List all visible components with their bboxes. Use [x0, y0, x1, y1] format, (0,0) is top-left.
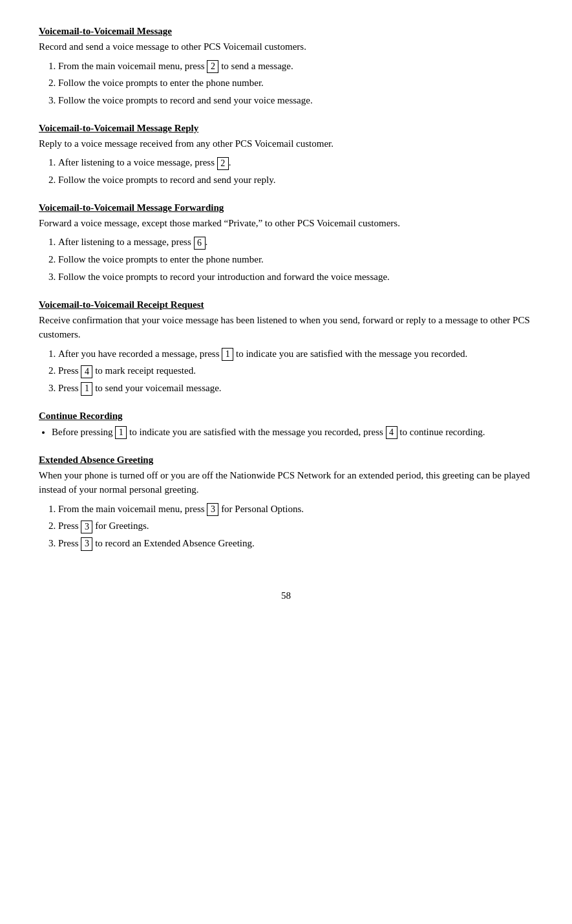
- item-text: Press: [58, 521, 81, 531]
- section-intro-extended-absence: When your phone is turned off or you are…: [39, 468, 533, 497]
- section-title-v2v-receipt: Voicemail-to-Voicemail Receipt Request: [39, 299, 533, 310]
- page-number: 58: [39, 590, 533, 601]
- item-text: After you have recorded a message, press: [58, 349, 222, 359]
- key-3: 3: [81, 521, 92, 533]
- section-title-v2v-reply: Voicemail-to-Voicemail Message Reply: [39, 123, 533, 134]
- list-item: Press 4 to mark receipt requested.: [58, 363, 533, 379]
- key-4: 4: [386, 426, 397, 439]
- item-text: Follow the voice prompts to record and s…: [58, 175, 275, 185]
- list-item: Follow the voice prompts to record your …: [58, 269, 533, 285]
- item-text: Follow the voice prompts to record and s…: [58, 95, 313, 105]
- item-text: After listening to a message, press: [58, 237, 194, 247]
- item-text-after: for Greetings.: [92, 521, 149, 531]
- item-text-after: to indicate you are satisfied with the m…: [233, 349, 467, 359]
- list-item: From the main voicemail menu, press 3 fo…: [58, 501, 533, 517]
- key-6: 6: [194, 237, 206, 250]
- bullet-text-after: to continue recording.: [397, 427, 485, 437]
- key-1: 1: [115, 426, 127, 439]
- key-3: 3: [81, 537, 92, 550]
- list-item: Press 1 to send your voicemail message.: [58, 380, 533, 396]
- key-2: 2: [217, 157, 229, 170]
- item-text: Press: [58, 383, 81, 393]
- list-item: From the main voicemail menu, press 2 to…: [58, 58, 533, 74]
- item-text-after: to mark receipt requested.: [92, 365, 196, 376]
- item-text: Follow the voice prompts to record your …: [58, 272, 390, 282]
- list-item: Press 3 to record an Extended Absence Gr…: [58, 535, 533, 552]
- section-list-extended-absence: From the main voicemail menu, press 3 fo…: [58, 501, 533, 552]
- item-text: Press: [58, 365, 81, 376]
- list-item: After you have recorded a message, press…: [58, 346, 533, 362]
- section-extended-absence: Extended Absence Greeting When your phon…: [39, 455, 533, 552]
- list-item: Follow the voice prompts to enter the ph…: [58, 252, 533, 268]
- section-continue-recording: Continue Recording Before pressing 1 to …: [39, 411, 533, 440]
- section-title-continue-recording: Continue Recording: [39, 411, 533, 422]
- item-text-after: .: [206, 237, 208, 247]
- item-text-after: to record an Extended Absence Greeting.: [92, 538, 254, 548]
- section-intro-v2v-forwarding: Forward a voice message, except those ma…: [39, 216, 533, 231]
- item-text-after: to send your voicemail message.: [92, 383, 221, 393]
- section-v2v-message: Voicemail-to-Voicemail Message Record an…: [39, 26, 533, 109]
- item-text-after: for Personal Options.: [218, 504, 304, 514]
- list-item: After listening to a voice message, pres…: [58, 155, 533, 171]
- item-text-after: .: [229, 157, 231, 167]
- key-3: 3: [207, 503, 218, 516]
- section-v2v-forwarding: Voicemail-to-Voicemail Message Forwardin…: [39, 202, 533, 285]
- item-text: From the main voicemail menu, press: [58, 61, 207, 71]
- key-1: 1: [222, 348, 233, 361]
- section-v2v-reply: Voicemail-to-Voicemail Message Reply Rep…: [39, 123, 533, 188]
- section-intro-v2v-message: Record and send a voice message to other…: [39, 39, 533, 54]
- key-2: 2: [207, 60, 218, 73]
- list-item: Follow the voice prompts to record and s…: [58, 172, 533, 188]
- item-text: Follow the voice prompts to enter the ph…: [58, 78, 264, 88]
- bullet-text-before: Before pressing: [52, 427, 115, 437]
- list-item: Follow the voice prompts to enter the ph…: [58, 75, 533, 91]
- section-intro-v2v-reply: Reply to a voice message received from a…: [39, 136, 533, 151]
- item-text: From the main voicemail menu, press: [58, 504, 207, 514]
- list-item: Before pressing 1 to indicate you are sa…: [52, 424, 533, 440]
- section-list-continue-recording: Before pressing 1 to indicate you are sa…: [52, 424, 533, 440]
- bullet-text-middle: to indicate you are satisfied with the m…: [127, 427, 385, 437]
- section-intro-v2v-receipt: Receive confirmation that your voice mes…: [39, 313, 533, 342]
- item-text-after: to send a message.: [218, 61, 293, 71]
- section-list-v2v-receipt: After you have recorded a message, press…: [58, 346, 533, 396]
- list-item: Press 3 for Greetings.: [58, 518, 533, 534]
- list-item: After listening to a message, press 6.: [58, 234, 533, 250]
- section-list-v2v-message: From the main voicemail menu, press 2 to…: [58, 58, 533, 109]
- list-item: Follow the voice prompts to record and s…: [58, 92, 533, 109]
- section-title-extended-absence: Extended Absence Greeting: [39, 455, 533, 466]
- item-text: Press: [58, 538, 81, 548]
- key-1: 1: [81, 382, 92, 395]
- key-4: 4: [81, 365, 92, 378]
- item-text: Follow the voice prompts to enter the ph…: [58, 254, 264, 264]
- section-v2v-receipt: Voicemail-to-Voicemail Receipt Request R…: [39, 299, 533, 396]
- section-title-v2v-forwarding: Voicemail-to-Voicemail Message Forwardin…: [39, 202, 533, 213]
- section-title-v2v-message: Voicemail-to-Voicemail Message: [39, 26, 533, 37]
- item-text: After listening to a voice message, pres…: [58, 157, 217, 167]
- section-list-v2v-reply: After listening to a voice message, pres…: [58, 155, 533, 188]
- section-list-v2v-forwarding: After listening to a message, press 6. F…: [58, 234, 533, 285]
